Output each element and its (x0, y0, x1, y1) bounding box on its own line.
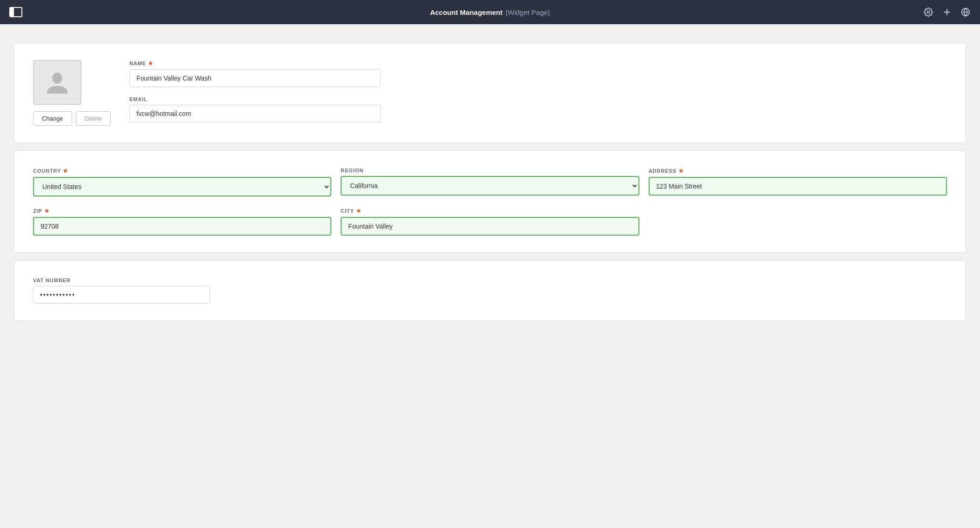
svg-point-0 (927, 11, 930, 14)
address-field-group: ADDRESS ★ (649, 168, 947, 196)
topbar-left (9, 7, 22, 17)
svg-point-5 (53, 73, 62, 84)
vat-label: VAT NUMBER (33, 278, 947, 283)
profile-left: Change Delete (33, 60, 111, 126)
email-input[interactable] (129, 105, 381, 122)
zip-field-group: ZIP ★ (33, 208, 331, 236)
address-spacer (649, 208, 947, 236)
name-field-group: NAME ★ (129, 60, 947, 87)
sidebar-toggle-icon[interactable] (9, 7, 22, 17)
name-label: NAME ★ (129, 60, 947, 67)
city-label: CITY ★ (341, 208, 639, 214)
topbar-center: Account Management (Widget Page) (430, 8, 550, 16)
delete-avatar-button[interactable]: Delete (76, 111, 111, 126)
zip-col: ZIP ★ (33, 208, 331, 236)
topbar-right (923, 7, 971, 17)
avatar-buttons: Change Delete (33, 111, 111, 126)
page-title-main: Account Management (430, 8, 503, 16)
region-field-group: REGION California Texas New York Florida (341, 168, 639, 196)
change-avatar-button[interactable]: Change (33, 111, 72, 126)
country-label: COUNTRY ★ (33, 168, 331, 174)
name-input[interactable] (129, 69, 381, 87)
country-select[interactable]: United States Canada Mexico (33, 177, 331, 196)
page-content: Change Delete NAME ★ EMAIL (0, 24, 980, 339)
profile-right: NAME ★ EMAIL (129, 60, 947, 122)
region-label: REGION (341, 168, 639, 173)
name-required: ★ (148, 60, 154, 67)
country-field-group: COUNTRY ★ United States Canada Mexico (33, 168, 331, 196)
city-field-group: CITY ★ (341, 208, 639, 236)
region-col: REGION California Texas New York Florida (341, 168, 639, 196)
address-col: ADDRESS ★ (649, 168, 947, 196)
zip-label: ZIP ★ (33, 208, 331, 214)
address-row-2: ZIP ★ CITY ★ (33, 208, 947, 236)
profile-card: Change Delete NAME ★ EMAIL (14, 43, 966, 143)
address-required: ★ (678, 168, 684, 174)
country-required: ★ (63, 168, 68, 174)
page-title-sub: (Widget Page) (505, 8, 550, 16)
city-input[interactable] (341, 217, 639, 236)
address-label: ADDRESS ★ (649, 168, 947, 174)
settings-icon[interactable] (923, 7, 933, 17)
address-row-1: COUNTRY ★ United States Canada Mexico RE… (33, 168, 947, 196)
vat-card: VAT NUMBER (14, 260, 966, 321)
city-col: CITY ★ (341, 208, 639, 236)
zip-input[interactable] (33, 217, 331, 236)
country-col: COUNTRY ★ United States Canada Mexico (33, 168, 331, 196)
zip-required: ★ (44, 208, 50, 214)
address-card: COUNTRY ★ United States Canada Mexico RE… (14, 150, 966, 253)
avatar (33, 60, 81, 105)
city-required: ★ (356, 208, 362, 214)
vat-field-group: VAT NUMBER (33, 278, 947, 304)
globe-icon[interactable] (960, 7, 971, 17)
topbar: Account Management (Widget Page) (0, 0, 980, 24)
email-field-group: EMAIL (129, 96, 947, 122)
region-select[interactable]: California Texas New York Florida (341, 176, 639, 196)
email-label: EMAIL (129, 96, 947, 102)
add-icon[interactable] (942, 7, 952, 17)
vat-input[interactable] (33, 286, 210, 304)
address-input[interactable] (649, 177, 947, 196)
